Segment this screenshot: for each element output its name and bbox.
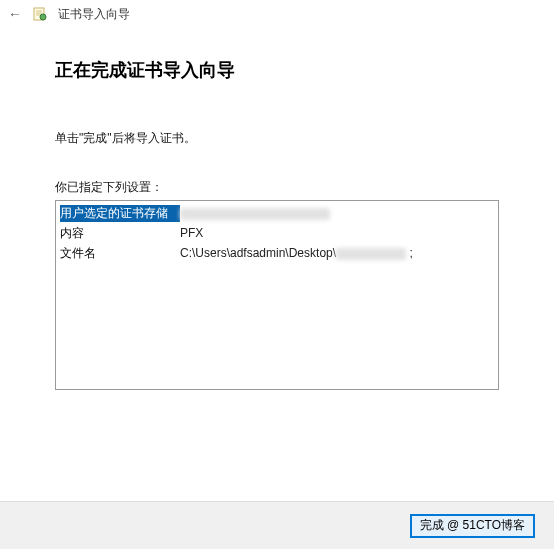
wizard-content: 正在完成证书导入向导 单击"完成"后将导入证书。 你已指定下列设置： 用户选定的… (0, 28, 554, 390)
settings-key: 文件名 (60, 245, 180, 262)
svg-point-1 (40, 14, 46, 20)
footer: 完成 @ 51CTO博客 (0, 501, 554, 549)
settings-value: PFX (180, 226, 494, 240)
redacted-text (336, 248, 406, 260)
redacted-text (180, 208, 330, 220)
settings-key: 用户选定的证书存储 (60, 205, 180, 222)
settings-label: 你已指定下列设置： (55, 179, 499, 196)
instruction-text: 单击"完成"后将导入证书。 (55, 130, 499, 147)
page-heading: 正在完成证书导入向导 (55, 58, 499, 82)
settings-row[interactable]: 文件名 C:\Users\adfsadmin\Desktop\ ; (58, 243, 496, 263)
window-title: 证书导入向导 (58, 6, 130, 23)
settings-row[interactable]: 用户选定的证书存储 (58, 203, 496, 223)
settings-value (180, 206, 494, 220)
settings-value: C:\Users\adfsadmin\Desktop\ ; (180, 246, 494, 260)
settings-box: 用户选定的证书存储 内容 PFX 文件名 C:\Users\adfsadmin\… (55, 200, 499, 390)
settings-row[interactable]: 内容 PFX (58, 223, 496, 243)
back-arrow-icon[interactable]: ← (8, 6, 22, 22)
titlebar: ← 证书导入向导 (0, 0, 554, 28)
settings-key: 内容 (60, 225, 180, 242)
finish-button[interactable]: 完成 @ 51CTO博客 (411, 515, 534, 537)
certificate-icon (32, 6, 48, 22)
